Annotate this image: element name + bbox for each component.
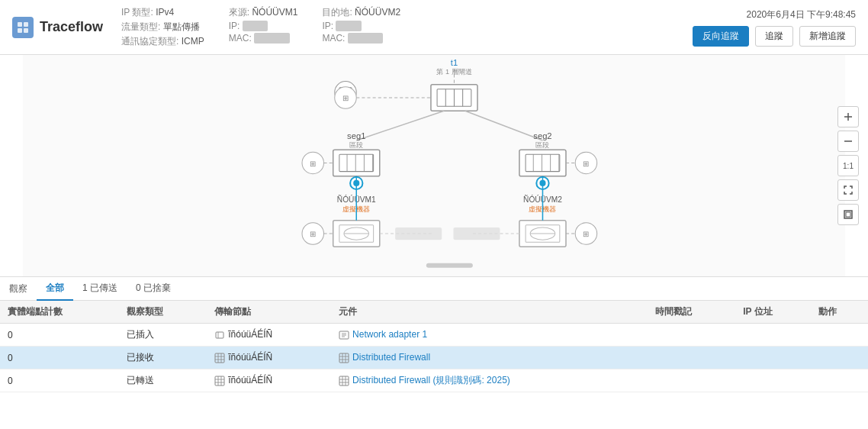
ip-type-line: IP 類型: IPv4: [121, 6, 204, 19]
dest-mac-line: MAC:: [322, 33, 400, 44]
zoom-fit-button[interactable]: [837, 179, 859, 201]
cell-ip: [735, 369, 811, 392]
component-link[interactable]: Network adapter 1: [352, 329, 427, 340]
svg-rect-61: [395, 227, 442, 240]
cell-ip: [735, 347, 811, 369]
logo-icon: [12, 17, 34, 38]
table-row: 0已接收ĩñóúüÁÉÍÑDistributed Firewall: [0, 347, 868, 369]
cell-action: [811, 347, 868, 369]
svg-rect-1: [24, 22, 28, 27]
col-timestamp: 時間戳記: [648, 301, 735, 324]
col-obs-type: 觀察類型: [119, 301, 207, 324]
table-body: 0已插入ĩñóúüÁÉÍÑNetwork adapter 10已接收ĩñóúüÁ…: [0, 324, 868, 392]
svg-rect-90: [339, 353, 349, 363]
zoom-out-button[interactable]: [837, 131, 859, 152]
observations-table: 實體端點計數 觀察類型 傳輸節點 元件 時間戳記 IP 位址 動作 0已插入ĩñ…: [0, 301, 868, 392]
tab-forwarded[interactable]: 1 已傳送: [73, 277, 127, 301]
zoom-in-button[interactable]: [837, 106, 859, 127]
header-buttons: 反向追蹤 追蹤 新增追蹤: [693, 26, 856, 47]
section-label: 觀察: [9, 278, 34, 300]
col-action: 動作: [811, 301, 868, 324]
col-transport-node: 傳輸節點: [207, 301, 331, 324]
svg-rect-73: [426, 263, 473, 268]
tab-dropped[interactable]: 0 已捨棄: [127, 277, 180, 301]
col-ip: IP 位址: [735, 301, 811, 324]
cell-component: Network adapter 1: [331, 324, 648, 347]
protocol-line: 通訊協定類型: ICMP: [121, 35, 204, 48]
cell-transport-node: ĩñóúüÁÉÍÑ: [207, 347, 331, 369]
zoom-controls: 1:1: [837, 106, 859, 225]
source-mac-line: MAC:: [229, 33, 298, 44]
component-link[interactable]: Distributed Firewall: [352, 352, 430, 363]
svg-text:⊞: ⊞: [310, 160, 316, 168]
tabs-row: 觀察 全部 1 已傳送 0 已捨棄: [0, 277, 868, 301]
col-count: 實體端點計數: [0, 301, 119, 324]
tab-all[interactable]: 全部: [37, 277, 73, 301]
cell-timestamp: [648, 369, 735, 392]
svg-rect-85: [215, 353, 224, 363]
traffic-type-line: 流量類型: 單點傳播: [121, 21, 204, 34]
svg-rect-70: [453, 227, 500, 240]
table-header-row: 實體端點計數 觀察類型 傳輸節點 元件 時間戳記 IP 位址 動作: [0, 301, 868, 324]
svg-text:seg2: seg2: [533, 131, 551, 140]
cell-ip: [735, 324, 811, 347]
svg-rect-2: [18, 28, 22, 33]
svg-rect-100: [339, 376, 349, 385]
app-title: Traceflow: [40, 19, 103, 35]
trace-button[interactable]: 追蹤: [755, 26, 793, 47]
svg-text:區段: 區段: [349, 141, 363, 149]
cell-count: 0: [0, 369, 119, 392]
cell-component: Distributed Firewall (規則識別碼: 2025): [331, 369, 648, 392]
table-row: 0已插入ĩñóúüÁÉÍÑNetwork adapter 1: [0, 324, 868, 347]
svg-text:⊞: ⊞: [583, 160, 589, 168]
svg-text:區段: 區段: [535, 141, 549, 149]
expand-button[interactable]: [837, 204, 859, 225]
table-row: 0已轉送ĩñóúüÁÉÍÑDistributed Firewall (規則識別碼…: [0, 369, 868, 392]
source-ip-line: IP:: [229, 21, 298, 31]
cell-component: Distributed Firewall: [331, 347, 648, 369]
cell-transport-node: ĩñóúüÁÉÍÑ: [207, 369, 331, 392]
diagram-area[interactable]: t1 第 1 層閘道 ⊞ seg1 區段 ⊞: [0, 55, 868, 276]
cell-action: [811, 369, 868, 392]
bottom-panel: 觀察 全部 1 已傳送 0 已捨棄 實體端點計數 觀察類型 傳輸節點 元件 時間…: [0, 276, 868, 429]
info-source: 來源: ÑÓÚÜVM1 IP: MAC:: [229, 6, 298, 48]
svg-rect-79: [216, 332, 223, 338]
info-dest: 目的地: ÑÓÚÜVM2 IP: MAC:: [322, 6, 400, 48]
new-trace-button[interactable]: 新增追蹤: [799, 26, 856, 47]
svg-text:⊞: ⊞: [310, 230, 316, 238]
table-wrapper[interactable]: 實體端點計數 觀察類型 傳輸節點 元件 時間戳記 IP 位址 動作 0已插入ĩñ…: [0, 301, 868, 429]
svg-text:⊞: ⊞: [342, 94, 349, 102]
header-datetime: 2020年6月4日 下午9:48:45 反向追蹤 追蹤 新增追蹤: [693, 8, 856, 47]
svg-rect-78: [846, 212, 850, 217]
cell-obs-type: 已插入: [119, 324, 207, 347]
svg-text:t1: t1: [451, 58, 458, 67]
col-component: 元件: [331, 301, 648, 324]
dest-ip-line: IP:: [322, 21, 400, 31]
svg-rect-0: [18, 22, 22, 27]
app-logo: Traceflow: [12, 17, 103, 38]
svg-text:⊞: ⊞: [583, 230, 589, 238]
component-link[interactable]: Distributed Firewall (規則識別碼: 2025): [352, 375, 510, 385]
svg-text:第 1 層閘道: 第 1 層閘道: [436, 68, 471, 76]
svg-text:seg1: seg1: [347, 131, 365, 140]
cell-transport-node: ĩñóúüÁÉÍÑ: [207, 324, 331, 347]
cell-timestamp: [648, 324, 735, 347]
zoom-reset-button[interactable]: 1:1: [837, 155, 859, 176]
info-ip-type: IP 類型: IPv4 流量類型: 單點傳播 通訊協定類型: ICMP: [121, 6, 204, 48]
header: Traceflow IP 類型: IPv4 流量類型: 單點傳播 通訊協定類型:…: [0, 0, 868, 55]
cell-action: [811, 324, 868, 347]
cell-obs-type: 已轉送: [119, 369, 207, 392]
main-content: t1 第 1 層閘道 ⊞ seg1 區段 ⊞: [0, 55, 868, 429]
cell-count: 0: [0, 347, 119, 369]
svg-rect-3: [24, 28, 28, 33]
dest-name-line: 目的地: ÑÓÚÜVM2: [322, 6, 400, 19]
source-name-line: 來源: ÑÓÚÜVM1: [229, 6, 298, 19]
datetime-text: 2020年6月4日 下午9:48:45: [747, 8, 856, 21]
reverse-trace-button[interactable]: 反向追蹤: [693, 26, 749, 47]
cell-count: 0: [0, 324, 119, 347]
cell-timestamp: [648, 347, 735, 369]
cell-obs-type: 已接收: [119, 347, 207, 369]
svg-rect-95: [215, 376, 224, 385]
header-info: IP 類型: IPv4 流量類型: 單點傳播 通訊協定類型: ICMP 來源: …: [121, 6, 674, 48]
